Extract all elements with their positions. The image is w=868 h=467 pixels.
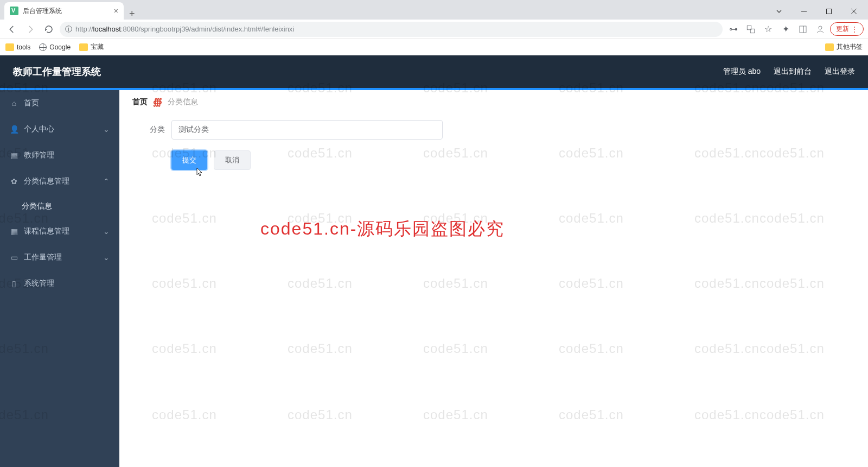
chevron-down-icon: ⌄: [103, 125, 110, 134]
sidebar-item-workload[interactable]: ▭ 工作量管理 ⌄: [0, 244, 119, 270]
header-exit-front[interactable]: 退出到前台: [774, 67, 812, 77]
new-tab-button[interactable]: +: [124, 8, 141, 20]
folder-icon: [5, 43, 14, 51]
header-logout[interactable]: 退出登录: [825, 67, 855, 77]
panel-icon[interactable]: [795, 22, 810, 37]
sidebar-item-label: 分类信息: [22, 201, 52, 211]
back-button[interactable]: [4, 22, 20, 37]
maximize-icon[interactable]: [817, 3, 841, 20]
svg-point-6: [819, 26, 822, 29]
sidebar-item-category-mgmt[interactable]: ✿ 分类信息管理 ⌃: [0, 168, 119, 194]
sidebar-item-label: 教师管理: [24, 150, 54, 160]
sidebar-item-label: 首页: [24, 98, 39, 108]
sidebar-item-label: 个人中心: [24, 124, 54, 134]
user-icon: 👤: [10, 125, 18, 134]
globe-icon: [39, 43, 47, 51]
chevron-down-icon: ⌄: [103, 227, 110, 236]
star-icon[interactable]: ☆: [761, 22, 776, 37]
chevron-down-icon: ⌄: [103, 253, 110, 262]
key-icon[interactable]: ⊶: [726, 22, 741, 37]
breadcrumb-current: 分类信息: [168, 97, 198, 107]
sidebar-item-personal[interactable]: 👤 个人中心 ⌄: [0, 116, 119, 142]
category-input[interactable]: [171, 120, 443, 140]
update-button[interactable]: 更新⋮: [830, 22, 864, 36]
sidebar-item-system[interactable]: ▯ 系统管理: [0, 270, 119, 296]
app-header: 教师工作量管理系统 管理员 abo 退出到前台 退出登录: [0, 55, 868, 88]
submit-button[interactable]: 提交: [171, 150, 207, 170]
form-label-category: 分类: [132, 125, 165, 135]
list-icon: ▦: [10, 227, 18, 236]
browser-chrome: 后台管理系统 × +: [0, 0, 868, 20]
folder-icon: [79, 43, 88, 51]
app-title: 教师工作量管理系统: [13, 65, 101, 78]
url-text: http://localhost:8080/springbootrpj39/ad…: [75, 25, 294, 33]
main-content: 首页 ∰ 分类信息 分类 提交 取消: [119, 90, 868, 467]
close-tab-icon[interactable]: ×: [114, 7, 118, 15]
tab-title: 后台管理系统: [23, 7, 62, 16]
app-body: ⌂ 首页 👤 个人中心 ⌄ ▤ 教师管理 ✿ 分类信息管理 ⌃ 分类信息 ▦ 课…: [0, 90, 868, 467]
sidebar-item-teacher[interactable]: ▤ 教师管理: [0, 142, 119, 168]
address-bar[interactable]: ⓘ http://localhost:8080/springbootrpj39/…: [60, 22, 723, 37]
vue-favicon-icon: [10, 7, 18, 15]
bookmark-treasure[interactable]: 宝藏: [79, 42, 104, 52]
chevron-down-icon[interactable]: [767, 3, 791, 20]
clipboard-icon: ▯: [10, 279, 18, 288]
chevron-up-icon: ⌃: [103, 177, 110, 186]
sidebar-item-category-info[interactable]: 分类信息: [0, 194, 119, 218]
profile-icon[interactable]: [813, 22, 828, 37]
minimize-icon[interactable]: [792, 3, 816, 20]
translate-icon[interactable]: [743, 22, 758, 37]
sidebar-item-course[interactable]: ▦ 课程信息管理 ⌄: [0, 218, 119, 244]
close-window-icon[interactable]: [842, 3, 866, 20]
cancel-button[interactable]: 取消: [214, 150, 251, 170]
header-user[interactable]: 管理员 abo: [723, 67, 761, 77]
bookmark-others[interactable]: 其他书签: [825, 42, 863, 52]
form-area: 分类 提交 取消: [119, 113, 868, 176]
forward-button[interactable]: [23, 22, 38, 37]
home-icon: ⌂: [10, 99, 18, 108]
tab-strip: 后台管理系统 × +: [0, 0, 868, 20]
reload-button[interactable]: [41, 22, 56, 37]
chart-icon: ▭: [10, 253, 18, 262]
info-icon[interactable]: ⓘ: [65, 24, 72, 34]
folder-icon: [825, 43, 834, 51]
sidebar-item-label: 课程信息管理: [24, 226, 69, 236]
browser-tab[interactable]: 后台管理系统 ×: [4, 2, 124, 20]
nav-right: ⊶ ☆ ✦ 更新⋮: [726, 22, 864, 37]
breadcrumb-home[interactable]: 首页: [132, 97, 148, 107]
bookmarks-bar: tools Google 宝藏 其他书签: [0, 39, 868, 55]
book-icon: ▤: [10, 151, 18, 160]
sidebar: ⌂ 首页 👤 个人中心 ⌄ ▤ 教师管理 ✿ 分类信息管理 ⌃ 分类信息 ▦ 课…: [0, 90, 119, 467]
sidebar-item-label: 分类信息管理: [24, 176, 69, 186]
bookmark-google[interactable]: Google: [39, 43, 71, 51]
window-controls: [767, 3, 868, 20]
form-row-category: 分类: [132, 120, 855, 140]
bookmark-tools[interactable]: tools: [5, 43, 30, 51]
breadcrumb: 首页 ∰ 分类信息: [119, 90, 868, 113]
extensions-icon[interactable]: ✦: [778, 22, 793, 37]
nav-bar: ⓘ http://localhost:8080/springbootrpj39/…: [0, 20, 868, 39]
button-row: 提交 取消: [171, 150, 855, 170]
breadcrumb-separator-icon: ∰: [153, 97, 162, 107]
svg-rect-1: [827, 9, 832, 14]
sidebar-item-label: 工作量管理: [24, 253, 62, 262]
svg-rect-4: [800, 26, 806, 33]
header-links: 管理员 abo 退出到前台 退出登录: [723, 67, 855, 77]
sidebar-item-label: 系统管理: [24, 279, 54, 288]
sidebar-item-home[interactable]: ⌂ 首页: [0, 90, 119, 116]
gear-icon: ✿: [10, 177, 18, 186]
